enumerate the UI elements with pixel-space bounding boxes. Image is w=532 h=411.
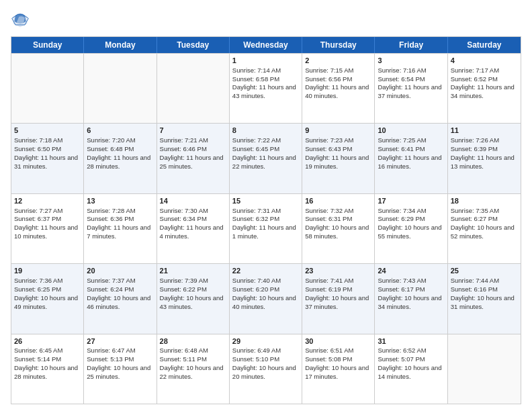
day-cell-9: 9Sunrise: 7:23 AM Sunset: 6:43 PM Daylig… — [302, 124, 375, 193]
day-number: 16 — [305, 196, 371, 206]
day-number: 20 — [87, 266, 153, 276]
day-header-thursday: Thursday — [302, 37, 375, 53]
day-number: 9 — [305, 126, 371, 136]
day-cell-4: 4Sunrise: 7:17 AM Sunset: 6:52 PM Daylig… — [448, 54, 521, 123]
day-number: 5 — [14, 126, 81, 136]
logo-icon — [11, 11, 30, 30]
day-number: 12 — [14, 196, 81, 206]
day-cell-19: 19Sunrise: 7:36 AM Sunset: 6:25 PM Dayli… — [11, 264, 84, 333]
day-number: 29 — [232, 336, 299, 347]
day-info: Sunrise: 7:27 AM Sunset: 6:37 PM Dayligh… — [14, 207, 81, 241]
week-row-3: 12Sunrise: 7:27 AM Sunset: 6:37 PM Dayli… — [11, 193, 521, 263]
day-info: Sunrise: 7:21 AM Sunset: 6:46 PM Dayligh… — [160, 136, 226, 171]
day-cell-17: 17Sunrise: 7:34 AM Sunset: 6:29 PM Dayli… — [375, 194, 447, 263]
day-number: 4 — [451, 56, 518, 66]
day-number: 25 — [451, 266, 518, 276]
day-number: 31 — [378, 336, 444, 347]
day-info: Sunrise: 6:51 AM Sunset: 5:08 PM Dayligh… — [305, 347, 371, 381]
day-header-friday: Friday — [375, 37, 447, 53]
day-info: Sunrise: 7:31 AM Sunset: 6:32 PM Dayligh… — [232, 207, 299, 241]
week-row-2: 5Sunrise: 7:18 AM Sunset: 6:50 PM Daylig… — [11, 123, 521, 193]
day-cell-14: 14Sunrise: 7:30 AM Sunset: 6:34 PM Dayli… — [157, 194, 230, 263]
day-number: 1 — [232, 56, 299, 66]
day-number: 23 — [305, 266, 371, 276]
day-cell-23: 23Sunrise: 7:41 AM Sunset: 6:19 PM Dayli… — [302, 264, 375, 333]
calendar-header: SundayMondayTuesdayWednesdayThursdayFrid… — [11, 37, 521, 53]
empty-cell — [157, 54, 230, 123]
day-info: Sunrise: 6:48 AM Sunset: 5:11 PM Dayligh… — [160, 347, 226, 381]
day-info: Sunrise: 7:18 AM Sunset: 6:50 PM Dayligh… — [14, 136, 81, 171]
day-header-wednesday: Wednesday — [230, 37, 302, 53]
day-info: Sunrise: 7:23 AM Sunset: 6:43 PM Dayligh… — [305, 136, 371, 171]
day-info: Sunrise: 7:17 AM Sunset: 6:52 PM Dayligh… — [451, 66, 518, 101]
day-number: 24 — [378, 266, 444, 276]
empty-cell — [448, 334, 521, 404]
calendar: SundayMondayTuesdayWednesdayThursdayFrid… — [11, 36, 521, 404]
day-cell-24: 24Sunrise: 7:43 AM Sunset: 6:17 PM Dayli… — [375, 264, 447, 333]
day-cell-27: 27Sunrise: 6:47 AM Sunset: 5:13 PM Dayli… — [84, 334, 157, 404]
day-info: Sunrise: 6:45 AM Sunset: 5:14 PM Dayligh… — [14, 347, 81, 381]
day-cell-26: 26Sunrise: 6:45 AM Sunset: 5:14 PM Dayli… — [11, 334, 84, 404]
day-cell-30: 30Sunrise: 6:51 AM Sunset: 5:08 PM Dayli… — [302, 334, 375, 404]
day-number: 28 — [160, 336, 226, 347]
day-number: 19 — [14, 266, 81, 276]
day-info: Sunrise: 7:39 AM Sunset: 6:22 PM Dayligh… — [160, 277, 226, 311]
day-cell-13: 13Sunrise: 7:28 AM Sunset: 6:36 PM Dayli… — [84, 194, 157, 263]
day-header-tuesday: Tuesday — [157, 37, 230, 53]
day-header-sunday: Sunday — [11, 37, 84, 53]
day-info: Sunrise: 7:14 AM Sunset: 6:58 PM Dayligh… — [232, 66, 299, 101]
day-cell-25: 25Sunrise: 7:44 AM Sunset: 6:16 PM Dayli… — [448, 264, 521, 333]
day-info: Sunrise: 7:34 AM Sunset: 6:29 PM Dayligh… — [378, 207, 444, 241]
day-info: Sunrise: 7:25 AM Sunset: 6:41 PM Dayligh… — [378, 136, 444, 171]
day-number: 15 — [232, 196, 299, 206]
day-number: 18 — [451, 196, 518, 206]
day-info: Sunrise: 7:28 AM Sunset: 6:36 PM Dayligh… — [87, 207, 153, 241]
day-cell-12: 12Sunrise: 7:27 AM Sunset: 6:37 PM Dayli… — [11, 194, 84, 263]
day-header-monday: Monday — [84, 37, 157, 53]
day-cell-22: 22Sunrise: 7:40 AM Sunset: 6:20 PM Dayli… — [230, 264, 302, 333]
day-info: Sunrise: 7:35 AM Sunset: 6:27 PM Dayligh… — [451, 207, 518, 241]
header — [11, 11, 521, 30]
week-row-4: 19Sunrise: 7:36 AM Sunset: 6:25 PM Dayli… — [11, 263, 521, 333]
empty-cell — [11, 54, 84, 123]
day-number: 2 — [305, 56, 371, 66]
day-info: Sunrise: 7:20 AM Sunset: 6:48 PM Dayligh… — [87, 136, 153, 171]
day-cell-16: 16Sunrise: 7:32 AM Sunset: 6:31 PM Dayli… — [302, 194, 375, 263]
day-number: 21 — [160, 266, 226, 276]
day-cell-28: 28Sunrise: 6:48 AM Sunset: 5:11 PM Dayli… — [157, 334, 230, 404]
day-info: Sunrise: 7:26 AM Sunset: 6:39 PM Dayligh… — [451, 136, 518, 171]
day-cell-7: 7Sunrise: 7:21 AM Sunset: 6:46 PM Daylig… — [157, 124, 230, 193]
day-info: Sunrise: 7:40 AM Sunset: 6:20 PM Dayligh… — [232, 277, 299, 311]
day-number: 17 — [378, 196, 444, 206]
day-info: Sunrise: 7:16 AM Sunset: 6:54 PM Dayligh… — [378, 66, 444, 101]
day-info: Sunrise: 7:30 AM Sunset: 6:34 PM Dayligh… — [160, 207, 226, 241]
day-number: 22 — [232, 266, 299, 276]
day-info: Sunrise: 6:47 AM Sunset: 5:13 PM Dayligh… — [87, 347, 153, 381]
day-number: 10 — [378, 126, 444, 136]
week-row-1: 1Sunrise: 7:14 AM Sunset: 6:58 PM Daylig… — [11, 53, 521, 123]
day-info: Sunrise: 7:37 AM Sunset: 6:24 PM Dayligh… — [87, 277, 153, 311]
day-number: 8 — [232, 126, 299, 136]
day-cell-6: 6Sunrise: 7:20 AM Sunset: 6:48 PM Daylig… — [84, 124, 157, 193]
day-cell-5: 5Sunrise: 7:18 AM Sunset: 6:50 PM Daylig… — [11, 124, 84, 193]
calendar-body: 1Sunrise: 7:14 AM Sunset: 6:58 PM Daylig… — [11, 53, 521, 404]
day-cell-11: 11Sunrise: 7:26 AM Sunset: 6:39 PM Dayli… — [448, 124, 521, 193]
day-cell-18: 18Sunrise: 7:35 AM Sunset: 6:27 PM Dayli… — [448, 194, 521, 263]
day-cell-31: 31Sunrise: 6:52 AM Sunset: 5:07 PM Dayli… — [375, 334, 447, 404]
day-cell-10: 10Sunrise: 7:25 AM Sunset: 6:41 PM Dayli… — [375, 124, 447, 193]
day-cell-8: 8Sunrise: 7:22 AM Sunset: 6:45 PM Daylig… — [230, 124, 302, 193]
day-info: Sunrise: 7:32 AM Sunset: 6:31 PM Dayligh… — [305, 207, 371, 241]
empty-cell — [84, 54, 157, 123]
day-number: 14 — [160, 196, 226, 206]
day-number: 13 — [87, 196, 153, 206]
day-info: Sunrise: 7:22 AM Sunset: 6:45 PM Dayligh… — [232, 136, 299, 171]
day-cell-29: 29Sunrise: 6:49 AM Sunset: 5:10 PM Dayli… — [230, 334, 302, 404]
page: SundayMondayTuesdayWednesdayThursdayFrid… — [0, 0, 532, 411]
day-info: Sunrise: 7:41 AM Sunset: 6:19 PM Dayligh… — [305, 277, 371, 311]
logo — [11, 11, 32, 30]
week-row-5: 26Sunrise: 6:45 AM Sunset: 5:14 PM Dayli… — [11, 334, 521, 404]
day-number: 30 — [305, 336, 371, 347]
day-number: 11 — [451, 126, 518, 136]
day-info: Sunrise: 7:15 AM Sunset: 6:56 PM Dayligh… — [305, 66, 371, 101]
day-header-saturday: Saturday — [448, 37, 521, 53]
